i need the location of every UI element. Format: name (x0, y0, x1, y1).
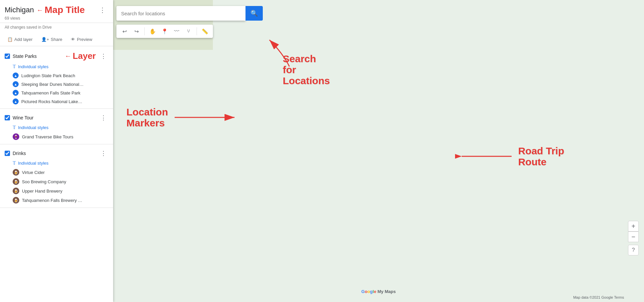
list-item: 🍷 Grand Traverse Bike Tours (0, 132, 113, 141)
location-annotation: LocationMarkers (126, 106, 238, 128)
state-park-marker-icon: ▲ (13, 81, 19, 87)
add-layer-button[interactable]: 📋 Add layer (5, 36, 35, 43)
drink-marker-icon: 🍺 (13, 188, 19, 194)
map-views: 69 views (5, 16, 108, 21)
layer-state-parks-name: State Parks (13, 54, 62, 59)
google-g: G (361, 289, 365, 294)
location-name: Grand Traverse Bike Tours (22, 134, 73, 139)
drinks-styles: 𝕋 Individual styles (0, 160, 113, 168)
map-options-button[interactable]: ⋮ (96, 5, 108, 15)
preview-icon: 👁 (71, 37, 75, 42)
search-button[interactable]: 🔍 (245, 6, 263, 21)
map-title-annotation: ← Map Title (37, 5, 85, 15)
google-g2: g (370, 289, 373, 294)
search-bar: 🔍 (116, 6, 263, 21)
search-annotation-text: SearchforLocations (283, 53, 330, 86)
state-park-marker-icon: ▲ (13, 98, 19, 104)
share-icon: 👤+ (41, 37, 49, 42)
drink-marker-icon: 🍺 (13, 178, 19, 185)
ruler-tool[interactable]: 📏 (200, 26, 210, 37)
layer-wine-tour-checkbox[interactable] (5, 115, 10, 120)
wine-tour-style-label[interactable]: Individual styles (18, 125, 49, 130)
layer-wine-tour-header: Wine Tour ⋮ (0, 111, 113, 124)
layer-drinks-options[interactable]: ⋮ (98, 149, 108, 158)
style-icon: 𝕋 (13, 160, 16, 166)
wine-marker-icon: 🍷 (13, 133, 19, 140)
location-name: Ludington State Park Beach (21, 73, 75, 78)
drink-marker-icon: 🍺 (13, 169, 19, 176)
undo-button[interactable]: ↩ (119, 26, 130, 37)
sidebar-header: Michigan ← Map Title ⋮ 69 views (0, 0, 113, 23)
location-name: Sleeping Bear Dunes National… (21, 82, 83, 87)
location-name: Soo Brewing Company (22, 179, 66, 184)
add-directions-tool[interactable]: ⑂ (183, 26, 194, 37)
google-e: e (374, 289, 376, 294)
layer-annotation-label: Layer (73, 51, 96, 61)
location-name: Virtue Cider (22, 170, 45, 175)
layer-arrow-icon: ← (65, 52, 72, 60)
list-item: ▲ Ludington State Park Beach (0, 71, 113, 80)
google-branding: Google My Maps (361, 289, 396, 294)
location-arrow-svg (171, 107, 238, 127)
add-layer-label: Add layer (14, 37, 33, 42)
layer-drinks: Drinks ⋮ 𝕋 Individual styles 🍺 Virtue Ci… (0, 144, 113, 208)
map-title-row: Michigan ← Map Title ⋮ (5, 5, 108, 15)
share-label: Share (51, 37, 63, 42)
saved-status: All changes saved in Drive (0, 23, 113, 33)
drinks-style-label[interactable]: Individual styles (18, 161, 49, 166)
google-o2: o (367, 289, 370, 294)
map-title: Michigan (5, 6, 34, 14)
map-title-left: Michigan ← Map Title (5, 5, 85, 15)
toolbar-separator-2 (197, 27, 197, 35)
preview-button[interactable]: 👁 Preview (68, 36, 95, 43)
state-park-marker-icon: ▲ (13, 73, 19, 78)
help-button[interactable]: ? (628, 245, 639, 255)
add-layer-icon: 📋 (7, 37, 13, 42)
layer-state-parks-options[interactable]: ⋮ (98, 52, 108, 61)
share-button[interactable]: 👤+ Share (39, 36, 65, 43)
map-data-text: Map data ©2021 Google Terms (573, 295, 624, 299)
list-item: 🍺 Upper Hand Brewery (0, 186, 113, 196)
map-toolbar: ↩ ↪ ✋ 📍 〰 ⑂ 📏 (116, 25, 213, 38)
search-annotation: SearchforLocations (256, 33, 323, 75)
layer-drinks-checkbox[interactable] (5, 151, 10, 156)
zoom-in-button[interactable]: + (628, 221, 639, 231)
zoom-out-button[interactable]: − (628, 231, 639, 242)
list-item: 🍺 Tahquamenon Falls Brewery … (0, 196, 113, 205)
location-annotation-text: LocationMarkers (126, 106, 168, 128)
list-item: ▲ Sleeping Bear Dunes National… (0, 80, 113, 88)
route-annotation: Road TripRoute (455, 143, 564, 170)
route-arrow-svg (455, 143, 515, 170)
map-area[interactable]: Milwaukee Chicago La Crosse Madison Waus… (113, 0, 644, 302)
title-arrow-icon: ← (37, 6, 43, 14)
route-annotation-text: Road TripRoute (518, 145, 564, 167)
title-annotation-label: Map Title (45, 5, 85, 15)
search-input[interactable] (116, 6, 245, 21)
redo-button[interactable]: ↪ (131, 26, 142, 37)
layer-state-parks: State Parks ← Layer ⋮ 𝕋 Individual style… (0, 46, 113, 109)
layer-drinks-name: Drinks (13, 151, 96, 156)
layer-state-parks-checkbox[interactable] (5, 54, 10, 59)
draw-line-tool[interactable]: 〰 (171, 26, 182, 37)
location-name: Pictured Rocks National Lake… (21, 99, 82, 104)
list-item: ▲ Tahquamenon Falls State Park (0, 88, 113, 97)
state-park-marker-icon: ▲ (13, 90, 19, 96)
state-parks-style-label[interactable]: Individual styles (18, 64, 49, 69)
wine-tour-styles: 𝕋 Individual styles (0, 124, 113, 132)
add-marker-tool[interactable]: 📍 (159, 26, 170, 37)
pan-tool[interactable]: ✋ (147, 26, 158, 37)
layer-state-parks-header: State Parks ← Layer ⋮ (0, 49, 113, 63)
layer-wine-tour-options[interactable]: ⋮ (98, 113, 108, 122)
toolbar-separator (144, 27, 145, 35)
list-item: ▲ Pictured Rocks National Lake… (0, 97, 113, 106)
search-icon: 🔍 (250, 10, 258, 17)
zoom-controls: + − ? (628, 221, 639, 255)
google-o1: o (365, 289, 367, 294)
my-maps-label: My Maps (376, 289, 396, 294)
state-parks-styles: 𝕋 Individual styles (0, 63, 113, 71)
layer-drinks-header: Drinks ⋮ (0, 147, 113, 160)
sidebar-toolbar: 📋 Add layer 👤+ Share 👁 Preview (0, 33, 113, 46)
list-item: 🍺 Soo Brewing Company (0, 177, 113, 186)
preview-label: Preview (77, 37, 92, 42)
location-name: Tahquamenon Falls Brewery … (22, 198, 82, 203)
